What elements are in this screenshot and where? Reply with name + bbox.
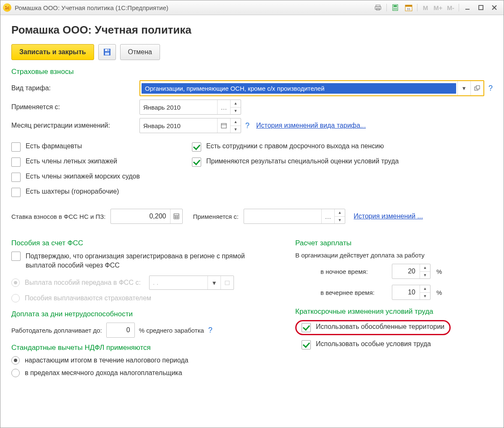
radio-ndfl-monthly[interactable]: в пределах месячного дохода налогоплател… (11, 369, 283, 377)
save-button[interactable] (98, 44, 116, 60)
tariff-value: Организации, применяющие ОСН, кроме с/х … (142, 83, 456, 94)
save-close-button[interactable]: Записать и закрыть (11, 44, 94, 60)
fss-applies-from-spin[interactable]: ▲▼ (334, 209, 345, 223)
section-ndfl-title: Стандартные вычеты НДФЛ применяются (11, 344, 283, 352)
svg-rect-14 (465, 9, 470, 10)
applies-from-picker-icon[interactable]: … (217, 100, 230, 114)
floppy-icon (103, 48, 111, 56)
svg-rect-15 (479, 5, 483, 10)
svg-point-9 (395, 9, 396, 10)
highlighted-option: Использовать обособленные территории (295, 320, 451, 335)
fss-applies-from-label: Применяется с: (193, 213, 239, 220)
svg-rect-11 (405, 5, 412, 11)
svg-rect-26 (174, 214, 179, 219)
cb-isolated-territories[interactable]: Использовать обособленные территории (302, 323, 444, 332)
svg-point-8 (394, 9, 394, 10)
svg-text:31: 31 (407, 7, 411, 11)
radio-fss-transferred: Выплата пособий передана в ФСС с: . . ▾ (11, 276, 283, 290)
page-title: Ромашка ООО: Учетная политика (11, 24, 493, 37)
svg-rect-31 (225, 281, 229, 285)
svg-point-7 (396, 8, 397, 8)
evening-input[interactable]: 10 ▲▼ (392, 285, 430, 300)
svg-line-16 (492, 5, 496, 10)
cb-miners[interactable]: Есть шахтеры (горнорабочие) (11, 188, 175, 197)
night-input[interactable]: 20 ▲▼ (392, 264, 430, 279)
reg-month-spin[interactable]: ▲▼ (230, 118, 241, 133)
fss-transferred-dropdown-icon: ▾ (207, 276, 220, 289)
cb-early-pension[interactable]: Есть сотрудники с правом досрочного выхо… (192, 142, 399, 152)
fss-rate-input[interactable]: 0,200 (110, 209, 183, 224)
radio-fss-insurer: Пособия выплачиваются страхователем (11, 294, 283, 302)
applies-from-input[interactable]: Январь 2010 … ▲▼ (139, 100, 241, 115)
disability-help-icon[interactable]: ? (208, 326, 213, 335)
svg-rect-23 (476, 86, 480, 89)
svg-rect-19 (105, 49, 109, 51)
svg-line-17 (492, 5, 496, 10)
print-icon[interactable] (372, 3, 384, 13)
m-button: M (419, 3, 432, 12)
svg-point-5 (394, 8, 394, 8)
fss-transferred-calendar-icon (220, 276, 234, 289)
tariff-label: Вид тарифа: (11, 84, 139, 92)
m-minus-button: M- (444, 3, 457, 12)
fss-history-link[interactable]: История изменений ... (354, 213, 423, 220)
form-body: Ромашка ООО: Учетная политика Записать и… (0, 15, 504, 428)
cancel-button[interactable]: Отмена (120, 44, 160, 60)
tariff-open-icon[interactable] (470, 81, 483, 95)
disability-suffix: % среднего заработка (139, 327, 204, 334)
tariff-dropdown-icon[interactable]: ▾ (457, 81, 470, 95)
night-label: в ночное время: (320, 268, 392, 275)
section-fss-title: Пособия за счет ФСС (11, 239, 283, 247)
maximize-icon[interactable] (475, 3, 487, 13)
svg-rect-2 (376, 8, 380, 10)
disability-input[interactable]: 0 (106, 323, 135, 338)
tariff-help-icon[interactable]: ? (488, 84, 493, 93)
cb-special-eval[interactable]: Применяются результаты специальной оценк… (192, 158, 399, 167)
section-insurance-title: Страховые взносы (11, 68, 493, 76)
svg-rect-12 (405, 5, 412, 7)
cb-fss-confirm[interactable]: Подтверждаю, что организация зарегистрир… (11, 252, 283, 270)
titlebar: 1c Ромашка ООО: Учетная политика (1С:Пре… (0, 0, 504, 15)
tariff-select[interactable]: Организации, применяющие ОСН, кроме с/х … (139, 80, 484, 96)
section-salary-title: Расчет зарплаты (295, 239, 493, 247)
reg-month-value: Январь 2010 (140, 122, 217, 129)
toolbar: Записать и закрыть Отмена (11, 44, 493, 60)
cb-pharma[interactable]: Есть фармацевты (11, 142, 175, 152)
fss-applies-from-input[interactable]: … ▲▼ (244, 209, 345, 224)
fss-rate-calc-icon[interactable] (170, 209, 182, 223)
disability-label: Работодатель доплачивает до: (11, 327, 102, 334)
applies-from-label: Применяется с: (11, 103, 139, 111)
svg-point-6 (395, 8, 396, 8)
evening-label: в вечернее время: (320, 289, 392, 296)
svg-rect-24 (221, 123, 226, 128)
night-spin[interactable]: ▲▼ (420, 264, 430, 278)
section-disability-title: Доплата за дни нетрудоспособности (11, 310, 283, 318)
svg-rect-4 (394, 5, 397, 7)
svg-rect-1 (375, 7, 381, 9)
app-window: 1c Ромашка ООО: Учетная политика (1С:Пре… (0, 0, 504, 428)
cb-special-conditions[interactable]: Использовать особые условия труда (295, 340, 493, 349)
radio-ndfl-accrual[interactable]: нарастающим итогом в течение налогового … (11, 356, 283, 365)
fss-applies-from-picker-icon[interactable]: … (321, 209, 334, 223)
close-icon[interactable] (488, 3, 500, 13)
m-plus-button: M+ (432, 3, 444, 12)
calendar-icon[interactable]: 31 (403, 3, 415, 13)
fss-transferred-date: . . ▾ (149, 276, 234, 290)
section-shortterm-title: Краткосрочные изменения условий труда (295, 307, 493, 316)
salary-desc: В организации действует доплата за работ… (295, 252, 493, 259)
window-title: Ромашка ООО: Учетная политика (1С:Предпр… (15, 4, 168, 11)
calculator-icon[interactable] (389, 3, 401, 13)
cb-flight[interactable]: Есть члены летных экипажей (11, 158, 175, 167)
svg-point-10 (396, 9, 397, 10)
svg-rect-0 (376, 5, 380, 7)
tariff-history-link[interactable]: История изменений вида тарифа... (256, 122, 366, 129)
fss-rate-label: Ставка взносов в ФСС НС и ПЗ: (11, 213, 105, 220)
reg-month-calendar-icon[interactable] (217, 118, 230, 133)
svg-rect-21 (108, 50, 108, 51)
reg-month-help-icon[interactable]: ? (245, 121, 249, 130)
evening-spin[interactable]: ▲▼ (420, 285, 430, 299)
applies-from-spin[interactable]: ▲▼ (230, 100, 241, 114)
cb-ships[interactable]: Есть члены экипажей морских судов (11, 173, 175, 182)
minimize-icon[interactable] (462, 3, 473, 13)
reg-month-input[interactable]: Январь 2010 ▲▼ (139, 118, 241, 133)
